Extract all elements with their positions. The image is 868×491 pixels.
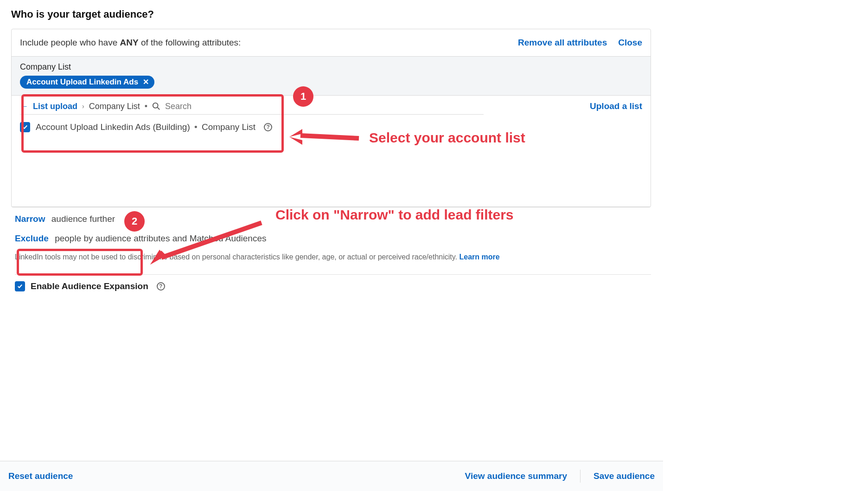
breadcrumb-row: ← List upload › Company List • Upload a … [20,101,642,114]
svg-line-1 [158,108,160,110]
include-suffix: of the following attributes: [139,38,241,47]
option-text: Account Upload Linkedin Ads (Building) •… [36,122,255,132]
list-upload-section: ← List upload › Company List • Upload a … [12,96,651,207]
exclude-row[interactable]: Exclude people by audience attributes an… [15,229,651,248]
svg-point-0 [153,103,158,108]
chip-remove-icon[interactable]: ✕ [142,78,150,86]
card-header: Include people who have ANY of the follo… [12,29,651,57]
chevron-right-icon: › [82,103,84,110]
remove-all-button[interactable]: Remove all attributes [518,38,607,48]
expansion-label: Enable Audience Expansion [31,281,148,291]
upload-list-button[interactable]: Upload a list [590,101,642,111]
list-option-row[interactable]: Account Upload Linkedin Ads (Building) •… [20,115,642,132]
expansion-help-icon[interactable]: ? [157,282,165,291]
footer-left: Reset audience [8,471,73,481]
narrow-row[interactable]: Narrow audience further [15,209,651,229]
audience-card: Include people who have ANY of the follo… [11,29,651,207]
below-card: Narrow audience further Exclude people b… [11,207,651,291]
include-bold: ANY [120,38,139,47]
section-title: Who is your target audience? [11,0,674,29]
breadcrumb: ← List upload › Company List • [20,102,378,111]
reset-audience-button[interactable]: Reset audience [8,471,73,481]
crumb-list-upload[interactable]: List upload [33,102,77,111]
attribute-chip[interactable]: Account Upload Linkedin Ads ✕ [20,76,154,89]
close-button[interactable]: Close [618,38,642,48]
search-input[interactable] [165,102,378,111]
search-icon [152,102,160,110]
option-label: Account Upload Linkedin Ads (Building) [36,122,190,132]
expansion-checkbox[interactable] [15,281,25,291]
disclaimer: LinkedIn tools may not be used to discri… [15,248,651,270]
exclude-keyword: Exclude [15,233,49,243]
option-checkbox[interactable] [20,122,30,132]
footer: Reset audience View audience summary Sav… [0,461,663,491]
attribute-label: Company List [20,62,642,72]
chip-label: Account Upload Linkedin Ads [26,78,138,87]
include-text: Include people who have ANY of the follo… [20,38,241,48]
include-prefix: Include people who have [20,38,120,47]
footer-right: View audience summary Save audience [465,470,655,483]
divider [580,470,581,483]
crumb-company-list: Company List [89,102,140,111]
back-icon[interactable]: ← [20,102,28,111]
divider [20,114,484,115]
save-audience-button[interactable]: Save audience [594,471,655,481]
view-summary-button[interactable]: View audience summary [465,471,567,481]
narrow-keyword: Narrow [15,214,45,224]
bullet: • [194,122,198,132]
attribute-block: Company List Account Upload Linkedin Ads… [12,57,651,96]
narrow-text: audience further [51,214,115,224]
learn-more-link[interactable]: Learn more [459,253,499,261]
option-type: Company List [202,122,255,132]
disclaimer-text: LinkedIn tools may not be used to discri… [15,253,459,261]
expansion-row: Enable Audience Expansion ? [15,274,651,291]
exclude-text: people by audience attributes and Matche… [55,233,266,243]
card-header-actions: Remove all attributes Close [518,38,642,48]
help-icon[interactable]: ? [264,123,272,131]
